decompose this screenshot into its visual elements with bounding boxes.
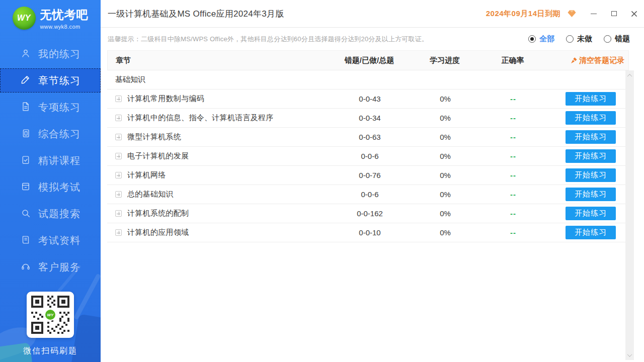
table-row: 总的基础知识 0-0-6 0% -- 开始练习 (107, 185, 629, 204)
sidebar-item-label: 客户服务 (38, 260, 80, 274)
counts-value: 0-0-34 (330, 114, 410, 122)
sidebar-item-special-practice[interactable]: 专项练习 (0, 94, 101, 121)
start-practice-button[interactable]: 开始练习 (566, 188, 616, 201)
expand-icon[interactable] (115, 115, 122, 121)
start-practice-button[interactable]: 开始练习 (566, 168, 616, 182)
sidebar-item-chapter-practice[interactable]: 章节练习 (0, 68, 101, 93)
chapter-name: 计算机中的信息、指令、计算机语言及程序 (127, 113, 274, 123)
close-button[interactable] (624, 0, 644, 27)
broom-icon (571, 57, 578, 64)
book-icon (20, 234, 31, 247)
logo-badge-icon: WY (13, 7, 36, 30)
sidebar-item-label: 专项练习 (38, 101, 80, 114)
close-icon (631, 11, 637, 17)
counts-value: 0-0-10 (330, 228, 410, 237)
sidebar-item-my-practice[interactable]: 我的练习 (0, 41, 101, 67)
qr-center-logo: WY (47, 313, 54, 317)
gem-icon[interactable] (567, 9, 577, 18)
radio-label: 未做 (577, 34, 592, 44)
sidebar-item-label: 章节练习 (38, 74, 80, 87)
expand-icon[interactable] (115, 134, 122, 140)
expand-icon[interactable] (115, 96, 122, 102)
header-counts: 错题/已做/总题 (329, 56, 410, 65)
expand-icon[interactable] (115, 210, 122, 217)
expand-icon[interactable] (115, 172, 122, 178)
radio-unselected-icon (604, 35, 611, 43)
header-accuracy: 正确率 (480, 56, 545, 65)
start-practice-button[interactable]: 开始练习 (566, 149, 616, 163)
counts-value: 0-0-76 (330, 171, 410, 179)
maximize-icon (611, 11, 617, 16)
chevron-down-icon (627, 352, 632, 357)
document-icon (20, 101, 31, 114)
expand-icon[interactable] (115, 229, 122, 236)
sidebar-item-label: 精讲课程 (38, 154, 80, 167)
sidebar-item-label: 考试资料 (38, 234, 80, 247)
radio-wrong[interactable]: 错题 (604, 34, 630, 44)
sidebar-nav: 我的练习 章节练习 专项练习 综合练习 精讲课程 模拟考试 (0, 41, 101, 281)
expand-icon[interactable] (115, 191, 122, 198)
start-practice-button[interactable]: 开始练习 (566, 207, 616, 220)
chapter-name: 计算机系统的配制 (127, 209, 189, 218)
accuracy-value: -- (480, 133, 546, 141)
progress-value: 0% (410, 209, 480, 218)
minimize-button[interactable] (584, 0, 604, 27)
progress-value: 0% (410, 171, 480, 179)
start-practice-button[interactable]: 开始练习 (566, 226, 616, 239)
minimize-icon (591, 14, 597, 14)
table-row: 计算机的应用领域 0-0-10 0% -- 开始练习 (107, 223, 629, 242)
header-chapter: 章节 (108, 56, 329, 65)
accuracy-value: -- (480, 95, 546, 103)
radio-label: 全部 (539, 34, 554, 44)
sidebar-item-comprehensive-practice[interactable]: 综合练习 (0, 121, 101, 147)
scroll-up-button[interactable] (625, 71, 634, 79)
scroll-down-button[interactable] (625, 351, 634, 359)
chapter-name: 计算机网络 (127, 170, 166, 180)
counts-value: 0-0-63 (330, 133, 410, 141)
maximize-button[interactable] (604, 0, 624, 27)
app-logo: WY 无忧考吧 www.wyk8.com (0, 7, 101, 30)
exam-card-icon (20, 181, 31, 194)
pencil-icon (20, 74, 31, 87)
accuracy-value: -- (480, 171, 546, 179)
window-controls (584, 0, 644, 27)
counts-value: 0-0-6 (330, 152, 410, 160)
start-practice-button[interactable]: 开始练习 (566, 92, 616, 106)
sidebar-item-label: 试题搜索 (38, 207, 80, 221)
radio-all[interactable]: 全部 (528, 34, 554, 44)
radio-undone[interactable]: 未做 (566, 34, 592, 44)
filter-radio-group: 全部 未做 错题 (528, 34, 630, 44)
headset-icon (20, 261, 31, 274)
search-icon (20, 208, 31, 221)
counts-value: 0-0-162 (330, 209, 410, 218)
sidebar-item-lecture-course[interactable]: 精讲课程 (0, 147, 101, 174)
start-practice-button[interactable]: 开始练习 (566, 111, 616, 125)
table-row: 计算机常用数制与编码 0-0-43 0% -- 开始练习 (107, 89, 629, 109)
table-row: 微型计算机系统 0-0-63 0% -- 开始练习 (107, 128, 629, 147)
accuracy-value: -- (480, 114, 546, 122)
progress-value: 0% (410, 190, 480, 199)
counts-value: 0-0-6 (330, 190, 410, 199)
sidebar-item-label: 我的练习 (38, 47, 80, 61)
sidebar-item-label: 模拟考试 (38, 180, 80, 194)
chapter-name: 微型计算机系统 (127, 132, 181, 142)
sidebar-item-customer-service[interactable]: 客户服务 (0, 254, 101, 281)
sidebar-item-mock-exam[interactable]: 模拟考试 (0, 174, 101, 201)
start-practice-button[interactable]: 开始练习 (566, 130, 616, 144)
accuracy-value: -- (480, 209, 546, 218)
accuracy-value: -- (480, 152, 546, 160)
table-row: 电子计算机的发展 0-0-6 0% -- 开始练习 (107, 147, 629, 166)
sidebar-item-question-search[interactable]: 试题搜索 (0, 201, 101, 227)
sidebar-item-exam-materials[interactable]: 考试资料 (0, 227, 101, 254)
scrollbar[interactable] (625, 70, 634, 360)
expand-icon[interactable] (115, 153, 122, 159)
chapter-name: 计算机的应用领域 (127, 228, 189, 237)
radio-label: 错题 (615, 34, 630, 44)
chapter-name: 计算机常用数制与编码 (127, 94, 204, 104)
clear-records-button[interactable]: 清空答题记录 (571, 56, 628, 65)
accuracy-value: -- (480, 190, 546, 199)
table-row: 计算机网络 0-0-76 0% -- 开始练习 (107, 166, 629, 185)
header-progress: 学习进度 (410, 56, 480, 65)
title-bar: 一级计算机基础及MS Office应用2024年3月版 2024年09月14日到… (101, 0, 644, 28)
user-icon (20, 48, 31, 61)
